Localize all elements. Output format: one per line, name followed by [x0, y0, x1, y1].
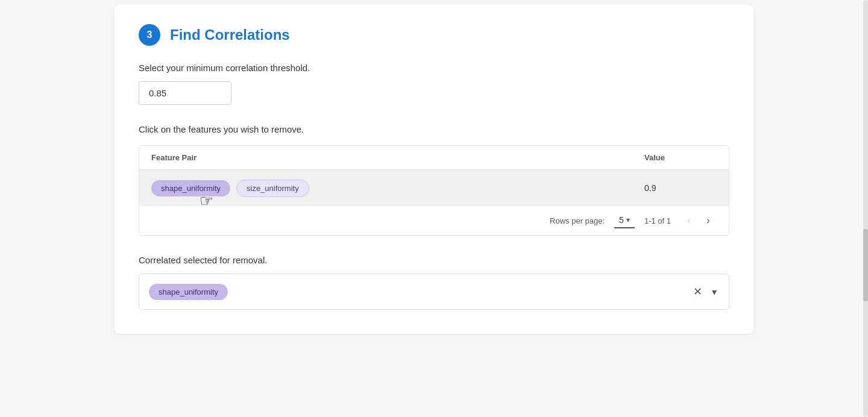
removal-chips: shape_uniformity	[149, 284, 691, 300]
pagination-nav: ‹ ›	[681, 212, 717, 229]
row-value: 0.9	[644, 183, 717, 193]
clear-removal-icon[interactable]: ✕	[691, 283, 705, 301]
feature-pair-table: Feature Pair Value shape_uniformity size…	[139, 145, 729, 236]
chip-shape-uniformity[interactable]: shape_uniformity	[151, 180, 230, 196]
chip-size-uniformity[interactable]: size_uniformity	[236, 180, 309, 197]
table-footer: Rows per page: 5 ▾ 1-1 of 1 ‹ ›	[139, 206, 729, 235]
scrollbar-thumb[interactable]	[863, 229, 868, 301]
col-header-feature-pair: Feature Pair	[151, 153, 644, 162]
threshold-input[interactable]	[139, 81, 231, 105]
removal-chip-shape-uniformity[interactable]: shape_uniformity	[149, 284, 228, 300]
col-header-value: Value	[644, 153, 717, 162]
table-row[interactable]: shape_uniformity size_uniformity 0.9 ☞	[139, 170, 729, 206]
prev-page-button[interactable]: ‹	[681, 212, 697, 229]
rows-per-page-label: Rows per page:	[550, 216, 605, 225]
rows-per-page-value: 5	[619, 215, 624, 225]
removal-label: Correlated selected for removal.	[139, 255, 729, 265]
next-page-button[interactable]: ›	[700, 212, 717, 229]
removal-dropdown-icon[interactable]: ▾	[709, 284, 719, 300]
feature-chips: shape_uniformity size_uniformity	[151, 180, 644, 197]
scrollbar[interactable]	[863, 0, 868, 417]
removal-box: shape_uniformity ✕ ▾	[139, 274, 729, 310]
click-features-label: Click on the features you wish to remove…	[139, 124, 729, 134]
section-title: Find Correlations	[170, 27, 290, 43]
pagination-info: 1-1 of 1	[644, 216, 671, 225]
step-badge: 3	[139, 24, 160, 46]
rows-per-page-select[interactable]: 5 ▾	[614, 213, 635, 228]
table-header: Feature Pair Value	[139, 146, 729, 170]
page-wrapper: 3 Find Correlations Select your minimum …	[0, 0, 868, 417]
threshold-label: Select your minimum correlation threshol…	[139, 63, 729, 73]
main-card: 3 Find Correlations Select your minimum …	[115, 5, 753, 334]
removal-actions: ✕ ▾	[691, 283, 719, 301]
section-header: 3 Find Correlations	[139, 24, 729, 46]
rows-per-page-chevron-icon: ▾	[626, 216, 630, 224]
